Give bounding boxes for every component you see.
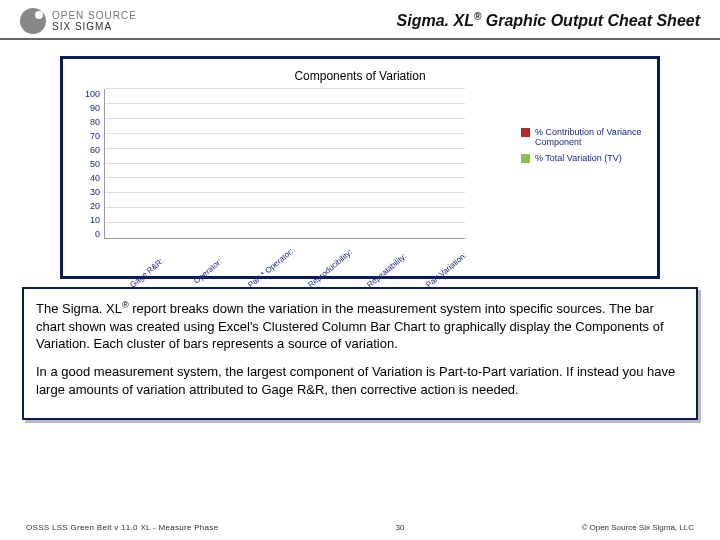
- legend-label-1: % Contribution of Variance Component: [535, 127, 645, 147]
- footer: OSSS LSS Green Belt v 11.0 XL - Measure …: [0, 523, 720, 532]
- chart-panel: Components of Variation 1009080706050403…: [60, 56, 660, 279]
- desc-para-1: The Sigma. XL® report breaks down the va…: [36, 299, 684, 353]
- legend-item-1: % Contribution of Variance Component: [521, 127, 645, 147]
- header: OPEN SOURCE SIX SIGMA Sigma. XL® Graphic…: [0, 0, 720, 40]
- legend-item-2: % Total Variation (TV): [521, 153, 645, 163]
- description-box: The Sigma. XL® report breaks down the va…: [22, 287, 698, 420]
- legend-swatch-icon: [521, 128, 530, 137]
- page-title: Sigma. XL® Graphic Output Cheat Sheet: [137, 11, 700, 30]
- footer-page: 30: [385, 523, 415, 532]
- x-tick-label: Part * Operator:: [247, 257, 283, 290]
- footer-left: OSSS LSS Green Belt v 11.0 XL - Measure …: [26, 523, 218, 532]
- desc-para-2: In a good measurement system, the larges…: [36, 363, 684, 398]
- footer-right: © Open Source Six Sigma, LLC: [581, 523, 694, 532]
- x-tick-label: Part Variation:: [425, 257, 461, 290]
- x-tick-label: Reproducibility:: [306, 257, 342, 290]
- brand-line2: SIX SIGMA: [52, 21, 137, 32]
- x-axis: Gage R&R:Operator:Part * Operator:Reprod…: [109, 239, 465, 266]
- chart-outer: 1009080706050403020100 Gage R&R:Operator…: [77, 89, 473, 266]
- brand-logo: OPEN SOURCE SIX SIGMA: [20, 8, 137, 34]
- brand-text: OPEN SOURCE SIX SIGMA: [52, 10, 137, 32]
- chart-grid: [104, 89, 465, 239]
- logo-icon: [20, 8, 46, 34]
- chart-title: Components of Variation: [69, 69, 651, 83]
- x-tick-label: Operator:: [187, 257, 223, 290]
- legend-swatch-icon: [521, 154, 530, 163]
- brand-line1: OPEN SOURCE: [52, 10, 137, 21]
- legend-label-2: % Total Variation (TV): [535, 153, 645, 163]
- chart-area: 1009080706050403020100 Gage R&R:Operator…: [77, 89, 473, 266]
- chart-bars: [105, 89, 465, 238]
- y-axis: 1009080706050403020100: [85, 89, 104, 239]
- x-tick-label: Gage R&R:: [128, 257, 164, 290]
- chart-plot: 1009080706050403020100: [85, 89, 465, 239]
- chart-legend: % Contribution of Variance Component % T…: [521, 127, 645, 169]
- x-tick-label: Repeatability:: [365, 257, 401, 290]
